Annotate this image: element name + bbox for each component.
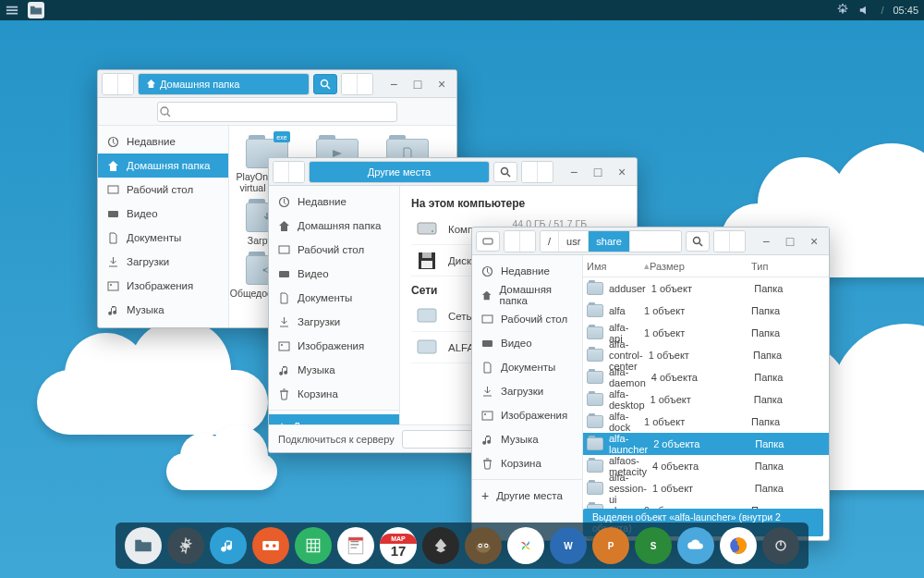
view-list[interactable]: [358, 74, 372, 94]
dock-notes-icon[interactable]: [337, 527, 374, 564]
sidebar-item-home[interactable]: Домашняя папка: [98, 154, 228, 178]
search-button[interactable]: [493, 162, 517, 182]
row-type: Папка: [755, 438, 825, 449]
sidebar-item-trash[interactable]: Корзина: [269, 382, 399, 406]
list-row[interactable]: alfa-session-ui1 объектПапка: [583, 477, 829, 499]
list-row[interactable]: adduser1 объектПапка: [583, 277, 829, 300]
col-size[interactable]: Размер: [650, 261, 751, 272]
list-row[interactable]: alfa-daemon4 объектаПапка: [583, 366, 829, 388]
drive-icon[interactable]: [476, 231, 500, 252]
sidebar-item-documents[interactable]: Документы: [472, 355, 582, 379]
col-type[interactable]: Тип: [751, 261, 825, 272]
sidebar-item-desktop[interactable]: Рабочий стол: [472, 307, 582, 331]
sidebar-item-desktop[interactable]: Рабочий стол: [98, 178, 228, 202]
maximize-button[interactable]: □: [407, 74, 429, 94]
volume-icon[interactable]: [858, 4, 871, 17]
sidebar-item-video[interactable]: Видео: [269, 262, 399, 286]
sidebar-item-images[interactable]: Изображения: [98, 274, 228, 298]
list-row[interactable]: alfa-dock1 объектПапка: [583, 411, 829, 433]
dock-music-icon[interactable]: [210, 527, 247, 564]
col-name[interactable]: Имя: [587, 261, 644, 272]
sidebar-item-trash[interactable]: Корзина: [98, 322, 228, 327]
sidebar-item-home[interactable]: Домашняя папка: [269, 214, 399, 238]
sidebar-item-downloads[interactable]: Загрузки: [269, 310, 399, 334]
path-usr[interactable]: usr: [559, 231, 589, 252]
view-list[interactable]: [730, 231, 745, 252]
dock-settings-icon[interactable]: [167, 527, 204, 564]
sidebar-item-video[interactable]: Видео: [98, 202, 228, 226]
close-button[interactable]: ×: [431, 74, 453, 94]
list-row[interactable]: alfa-desktop1 объектПапка: [583, 388, 829, 411]
settings-icon[interactable]: [836, 4, 849, 17]
view-list[interactable]: [538, 162, 553, 182]
breadcrumb-other-places[interactable]: Другие места: [310, 162, 489, 182]
clock[interactable]: 05:45: [893, 5, 918, 16]
view-grid[interactable]: [522, 162, 538, 182]
sidebar-item-music[interactable]: Музыка: [98, 298, 228, 322]
sidebar-item-music[interactable]: Музыка: [472, 427, 582, 451]
close-button[interactable]: ×: [803, 231, 825, 252]
sidebar-item-video[interactable]: Видео: [472, 331, 582, 355]
active-app-icon[interactable]: [28, 2, 44, 18]
sidebar-item-documents[interactable]: Документы: [269, 286, 399, 310]
row-size: 1 объект: [650, 394, 748, 405]
close-button[interactable]: ×: [611, 162, 633, 182]
sidebar-item-images[interactable]: Изображения: [472, 403, 582, 427]
maximize-button[interactable]: □: [587, 162, 609, 182]
forward-button[interactable]: [520, 231, 535, 252]
svg-rect-43: [482, 412, 492, 420]
sidebar-item-documents[interactable]: Документы: [98, 226, 228, 250]
sidebar-item-home[interactable]: Домашняя папка: [472, 283, 582, 307]
forward-button[interactable]: [289, 162, 304, 182]
row-size: 1 объект: [644, 416, 746, 427]
minimize-button[interactable]: −: [383, 74, 405, 94]
sidebar-item-recent[interactable]: Недавние: [269, 190, 399, 214]
dock-spreadsheet-icon[interactable]: [295, 527, 332, 564]
folder-icon: [587, 304, 603, 317]
dock-app-w-icon[interactable]: W: [550, 527, 587, 564]
sidebar-item-trash[interactable]: Корзина: [472, 451, 582, 475]
app-menu-icon[interactable]: [6, 4, 18, 17]
dock-calendar-icon[interactable]: МАР17: [380, 527, 417, 564]
folder-icon: [587, 326, 603, 339]
forward-button[interactable]: [118, 74, 133, 94]
view-grid[interactable]: [342, 74, 358, 94]
sidebar-item-downloads[interactable]: Загрузки: [472, 379, 582, 403]
breadcrumb-home[interactable]: Домашняя папка: [139, 74, 309, 94]
dock-power-icon[interactable]: [762, 527, 799, 564]
minimize-button[interactable]: −: [563, 162, 585, 182]
dock-video-icon[interactable]: [252, 527, 289, 564]
view-grid[interactable]: [714, 231, 730, 252]
search-button[interactable]: [686, 231, 710, 252]
sidebar-item-other-places[interactable]: +Другие места: [269, 414, 399, 424]
list-row[interactable]: alfa1 объектПапка: [583, 300, 829, 322]
list-row[interactable]: alfa-launcher2 объектаПапка: [583, 433, 829, 455]
sidebar-item-images[interactable]: Изображения: [269, 334, 399, 358]
dock-playonlinux-icon[interactable]: [507, 527, 544, 564]
dock-firefox-icon[interactable]: [720, 527, 757, 564]
search-input[interactable]: [157, 102, 397, 122]
dock-app-s-icon[interactable]: S: [635, 527, 672, 564]
folder-icon: [587, 393, 603, 406]
dock-app-p-icon[interactable]: P: [592, 527, 629, 564]
place-icon: [415, 304, 439, 328]
maximize-button[interactable]: □: [779, 231, 801, 252]
sidebar-item-other-places[interactable]: +Другие места: [472, 484, 582, 508]
back-button[interactable]: [505, 231, 520, 252]
path-share[interactable]: share: [589, 231, 630, 252]
sidebar-item-music[interactable]: Музыка: [269, 358, 399, 382]
sidebar-item-recent[interactable]: Недавние: [472, 259, 582, 283]
dock-cloud-icon[interactable]: [677, 527, 714, 564]
search-button[interactable]: [313, 74, 337, 94]
back-button[interactable]: [103, 74, 118, 94]
sidebar-item-downloads[interactable]: Загрузки: [98, 250, 228, 274]
path-root[interactable]: /: [541, 231, 559, 252]
dock-files-icon[interactable]: [125, 527, 162, 564]
sidebar-item-recent[interactable]: Недавние: [98, 129, 228, 154]
back-button[interactable]: [274, 162, 289, 182]
list-row[interactable]: alfa-control-center1 объектПапка: [583, 344, 829, 366]
sidebar-item-desktop[interactable]: Рабочий стол: [269, 238, 399, 262]
dock-inkscape-icon[interactable]: [422, 527, 459, 564]
dock-gimp-icon[interactable]: [465, 527, 502, 564]
minimize-button[interactable]: −: [755, 231, 777, 252]
